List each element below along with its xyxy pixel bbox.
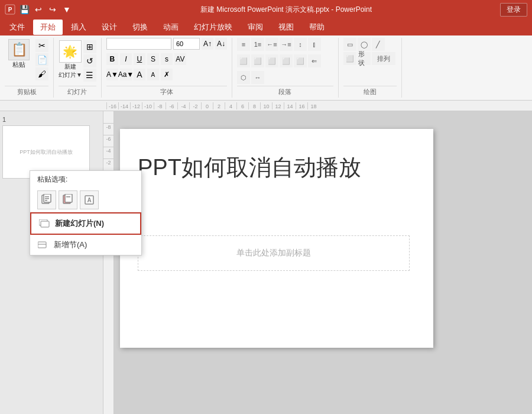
slide-canvas[interactable]: PPT如何取消自动播放 单击此处添加副标题 (120, 129, 433, 348)
font-a-small-button[interactable]: A (147, 69, 159, 80)
paste-option-text-only[interactable]: A (80, 190, 99, 209)
context-menu-new-section[interactable]: 新增节(A) (30, 235, 141, 255)
clear-format-button[interactable]: ✗ (161, 69, 173, 80)
slide-title[interactable]: PPT如何取消自动播放 (138, 153, 361, 183)
line-spacing-button[interactable]: ↕ (294, 38, 307, 51)
shape-more-button[interactable]: ⬜ (343, 52, 356, 65)
rtl-button[interactable]: ⇐ (308, 54, 321, 67)
paste-option-merge[interactable] (59, 190, 77, 209)
canvas-area[interactable]: PPT如何取消自动播放 单击此处添加副标题 (114, 111, 532, 414)
ribbon-group-paragraph: ≡ 1≡ ←≡ →≡ ↕ ⫿ ⬜ ⬜ ⬜ ⬜ ⬜ ⇐ ⬡ ↔ 段落 (232, 38, 339, 98)
menu-view[interactable]: 视图 (271, 20, 301, 35)
arrange-button[interactable]: 形状 (358, 52, 371, 65)
menu-design[interactable]: 设计 (95, 20, 124, 35)
menu-insert[interactable]: 插入 (64, 20, 93, 35)
menu-animations[interactable]: 动画 (156, 20, 186, 35)
svg-rect-14 (38, 242, 46, 248)
align-right-button[interactable]: ⬜ (265, 54, 278, 67)
ribbon: 📋 粘贴 ✂ 📄 🖌 剪贴板 🌟 新建幻灯片▼ (0, 35, 532, 101)
shadow-button[interactable]: s (161, 53, 173, 65)
ruler-mark: 0 (201, 102, 213, 109)
format-painter-button[interactable]: 🖌 (35, 67, 48, 80)
menu-review[interactable]: 审阅 (241, 20, 270, 35)
layout-button[interactable]: ⊞ (83, 40, 96, 53)
new-slide-label: 新建幻灯片(N) (55, 218, 104, 229)
reset-button[interactable]: ↺ (83, 54, 96, 67)
align-left-button[interactable]: ⬜ (237, 54, 250, 67)
section-button[interactable]: ☰ (83, 69, 96, 82)
login-button[interactable]: 登录 (500, 3, 527, 17)
font-name-input[interactable] (106, 38, 171, 50)
clipboard-group-label: 剪贴板 (5, 86, 48, 98)
shape-oval-button[interactable]: ◯ (358, 38, 371, 51)
svg-rect-4 (45, 196, 49, 198)
save-icon[interactable]: 💾 (19, 4, 30, 15)
align-top-button[interactable]: ⬜ (294, 54, 307, 67)
horizontal-ruler: -16 -14 -12 -10 -8 -6 -4 -2 0 2 4 6 8 10… (0, 101, 532, 111)
char-spacing-button[interactable]: AV (174, 53, 186, 65)
menu-slideshow[interactable]: 幻灯片放映 (187, 20, 239, 35)
paste-option-keep-source[interactable] (37, 190, 56, 209)
new-slide-button[interactable]: 🌟 新建幻灯片▼ (59, 40, 82, 79)
ruler-mark: 12 (272, 102, 284, 109)
slide-panel: 1 PPT如何取消自动播放 粘贴选项: (0, 111, 103, 414)
undo-icon[interactable]: ↩ (33, 4, 44, 15)
underline-button[interactable]: U (134, 53, 145, 65)
ribbon-group-slides: 🌟 新建幻灯片▼ ⊞ ↺ ☰ 幻灯片 (54, 38, 102, 98)
menu-transitions[interactable]: 切换 (125, 20, 155, 35)
justify-button[interactable]: ⬜ (280, 54, 293, 67)
paste-button[interactable]: 📋 粘贴 (5, 38, 33, 70)
subtitle-placeholder-text: 单击此处添加副标题 (236, 248, 311, 258)
font-size-input[interactable]: 60 (173, 38, 200, 50)
indent-inc-button[interactable]: →≡ (280, 38, 293, 51)
ruler-mark: 16 (296, 102, 307, 109)
v-ruler-mark: -6 (103, 135, 113, 147)
slide-number: 1 (2, 116, 100, 123)
font-decrease-button[interactable]: A↓ (215, 38, 227, 50)
font-color-a-button[interactable]: A▼ (106, 69, 118, 80)
shape-rect-button[interactable]: ▭ (343, 38, 356, 51)
main-area: 1 PPT如何取消自动播放 粘贴选项: (0, 111, 532, 414)
ruler-mark: 18 (307, 102, 319, 109)
strikethrough-button[interactable]: S (147, 53, 159, 65)
sort-button[interactable]: 排列 (372, 52, 395, 65)
vertical-ruler: -8 -6 -4 -2 0 2 4 6 (103, 111, 114, 414)
cut-button[interactable]: ✂ (35, 39, 48, 52)
menu-help[interactable]: 帮助 (302, 20, 332, 35)
paste-label: 粘贴 (12, 60, 25, 69)
copy-button[interactable]: 📄 (35, 53, 48, 66)
shape-line-button[interactable]: ╱ (372, 38, 385, 51)
ribbon-group-clipboard: 📋 粘贴 ✂ 📄 🖌 剪贴板 (0, 38, 54, 98)
slide-subtitle-placeholder[interactable]: 单击此处添加副标题 (138, 235, 410, 271)
paste-options-row: A (30, 188, 141, 212)
font-aa-button[interactable]: Aa▼ (120, 69, 132, 80)
redo-icon[interactable]: ↪ (47, 4, 58, 15)
ruler-mark: -4 (177, 102, 189, 109)
ruler-mark: 8 (248, 102, 260, 109)
numbering-button[interactable]: 1≡ (251, 38, 264, 51)
menu-bar: 文件 开始 插入 设计 切换 动画 幻灯片放映 审阅 视图 帮助 (0, 19, 532, 35)
svg-rect-5 (45, 198, 49, 199)
v-ruler-mark: -4 (103, 147, 113, 159)
indent-dec-button[interactable]: ←≡ (265, 38, 278, 51)
font-increase-button[interactable]: A↑ (202, 38, 213, 50)
new-slide-icon (38, 218, 50, 229)
context-menu-new-slide[interactable]: 新建幻灯片(N) (30, 212, 141, 235)
context-menu-title: 粘贴选项: (30, 171, 141, 188)
ruler-mark: -2 (189, 102, 201, 109)
slide-thumb-text: PPT如何取消自动播放 (20, 148, 73, 156)
align-center-button[interactable]: ⬜ (251, 54, 264, 67)
svg-rect-6 (45, 200, 47, 201)
bullets-button[interactable]: ≡ (237, 38, 250, 51)
bold-button[interactable]: B (106, 53, 118, 65)
menu-home[interactable]: 开始 (33, 20, 63, 35)
text-dir-button[interactable]: ↔ (251, 71, 264, 84)
menu-file[interactable]: 文件 (2, 20, 32, 35)
italic-button[interactable]: I (120, 53, 132, 65)
customize-icon[interactable]: ▼ (61, 4, 72, 15)
cols-button[interactable]: ⫿ (308, 38, 321, 51)
ruler-mark: 14 (284, 102, 296, 109)
smartart-button[interactable]: ⬡ (237, 71, 250, 84)
ruler-mark: 4 (225, 102, 236, 109)
font-a-big-button[interactable]: A (134, 69, 145, 80)
